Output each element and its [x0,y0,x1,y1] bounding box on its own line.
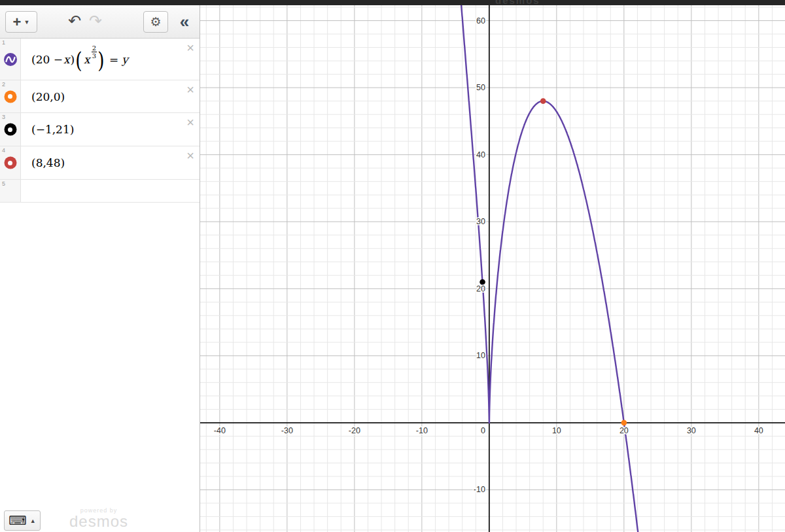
desmos-wordmark: desmos [495,0,540,5]
expression-row-4[interactable]: 4 (8,48) × [0,146,200,180]
svg-text:-10: -10 [416,426,428,435]
svg-text:20: 20 [476,284,485,293]
chevron-down-icon: ▼ [24,19,29,25]
point-coordinates: (8,48) [31,156,65,169]
point-coordinates: (20,0) [31,90,65,103]
close-icon[interactable]: × [186,148,194,163]
expression-input[interactable] [22,180,183,202]
svg-text:30: 30 [687,426,696,435]
row-number: 4 [2,147,5,154]
row-gutter: 2 [0,80,21,112]
svg-text:40: 40 [754,426,763,435]
expression-input[interactable]: (8,48) [22,146,183,179]
graph-svg[interactable]: -40-30-20-10010203040605040302010-10 [200,5,785,532]
math-text: ) [71,53,75,66]
expression-input[interactable]: (20 − x ) ( x 2 3 ) = y [22,39,183,80]
svg-text:30: 30 [476,217,485,226]
fraction-denominator: 3 [92,52,96,59]
triangle-up-icon: ▲ [30,518,36,524]
row-number: 2 [2,81,5,88]
gear-icon: ⚙ [150,16,161,28]
desmos-app: desmos + ▼ ↶ ↷ ⚙ « 1 [0,0,785,532]
double-chevron-left-icon: « [180,12,189,32]
svg-text:0: 0 [481,426,485,435]
expression-sidebar: + ▼ ↶ ↷ ⚙ « 1 (20 − [0,5,200,532]
row-number: 5 [2,180,5,187]
svg-text:40: 40 [476,150,485,159]
plus-icon: + [13,15,22,29]
dot-hole [8,94,12,99]
svg-text:-30: -30 [281,426,293,435]
svg-text:-20: -20 [349,426,360,435]
math-var: y [122,53,128,66]
expression-toolbar: + ▼ ↶ ↷ ⚙ « [0,5,200,39]
sine-curve-glyph [4,53,17,66]
expression-row-5[interactable]: 5 [0,180,200,203]
point-style-icon[interactable] [4,124,16,136]
row-gutter: 5 [0,180,21,202]
svg-text:20: 20 [619,426,629,435]
expression-row-3[interactable]: 3 (−1,21) × [0,113,200,146]
math-text: = [109,53,118,66]
fraction-exponent: 2 3 [92,44,97,59]
close-icon[interactable]: × [186,40,194,56]
expression-row-1[interactable]: 1 (20 − x ) ( x 2 3 ) = y [0,39,200,80]
svg-text:50: 50 [476,83,485,92]
add-expression-button[interactable]: + ▼ [5,11,37,33]
row-number: 1 [2,39,5,46]
desmos-logo-text: desmos [63,514,135,529]
svg-text:10: 10 [476,351,485,360]
svg-text:-10: -10 [474,485,485,494]
collapse-sidebar-button[interactable]: « [172,11,197,33]
expression-row-2[interactable]: 2 (20,0) × [0,80,200,113]
dot-hole [8,127,12,132]
fraction-numerator: 2 [92,44,97,52]
expression-input[interactable]: (−1,21) [22,113,183,146]
desmos-watermark: powered by desmos [63,508,135,529]
powered-by-text: powered by [63,508,135,514]
math-var: x [84,53,90,66]
svg-text:-40: -40 [214,426,226,435]
show-keyboard-button[interactable]: ⌨ ▲ [4,510,41,531]
keyboard-icon: ⌨ [9,514,26,527]
row-gutter: 3 [0,113,21,146]
point-coordinates: (−1,21) [31,123,74,136]
close-icon[interactable]: × [186,82,194,97]
point-style-icon[interactable] [4,157,16,169]
expression-input[interactable]: (20,0) [22,80,183,112]
math-text: (20 − [31,53,63,66]
curve-style-icon[interactable] [4,53,17,66]
redo-icon[interactable]: ↷ [89,12,102,30]
svg-text:10: 10 [552,426,561,435]
graph-paper[interactable]: -40-30-20-10010203040605040302010-10 [200,5,785,532]
close-icon[interactable]: × [186,114,194,130]
top-header-bar: desmos [0,0,785,5]
row-number: 3 [2,114,5,120]
row-gutter: 1 [0,39,21,80]
row-gutter: 4 [0,146,21,179]
point-style-icon[interactable] [4,90,16,103]
undo-icon[interactable]: ↶ [68,12,81,30]
svg-text:60: 60 [476,16,485,25]
graph-settings-button[interactable]: ⚙ [143,11,168,33]
dot-hole [8,161,12,165]
math-var: x [63,53,70,66]
